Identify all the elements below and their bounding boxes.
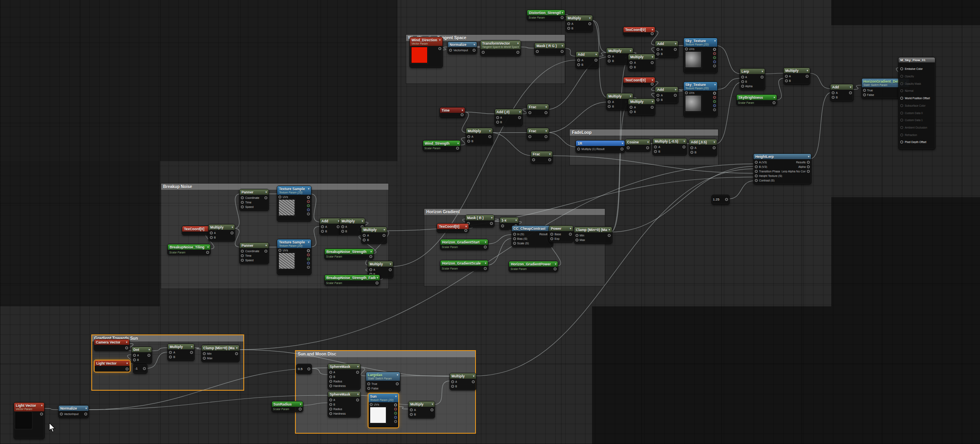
output-pin[interactable] [713, 96, 716, 99]
output-pin[interactable] [674, 48, 677, 51]
collapse-icon[interactable]: ▾ [432, 403, 433, 406]
node-add-0[interactable]: Add (,0)▾AB [495, 109, 523, 126]
node-header[interactable]: Clamp (Min=0) (Max=1)▾ [574, 227, 612, 232]
output-pin[interactable] [561, 16, 564, 19]
output-pin[interactable] [608, 234, 611, 237]
input-pin[interactable] [210, 232, 213, 234]
node-header[interactable]: Frac▾ [527, 128, 548, 134]
input-pin[interactable] [550, 237, 553, 240]
input-pin[interactable] [685, 48, 688, 50]
output-pin[interactable] [307, 258, 310, 260]
input-pin[interactable] [451, 380, 454, 383]
node-multiply[interactable]: Multiply▾AB [408, 401, 435, 418]
collapse-icon[interactable]: ▾ [236, 346, 238, 350]
output-pin[interactable] [588, 22, 591, 25]
node-header[interactable]: Mask ( R G )▾ [535, 43, 565, 48]
input-pin[interactable] [482, 51, 485, 54]
output-pin[interactable] [264, 250, 267, 253]
collapse-icon[interactable]: ▾ [622, 142, 623, 145]
input-pin[interactable] [567, 27, 570, 30]
input-pin[interactable] [133, 358, 136, 361]
collapse-icon[interactable]: ▾ [439, 38, 441, 42]
texture-thumbnail[interactable] [278, 199, 295, 216]
output-pin[interactable] [807, 165, 810, 168]
input-pin[interactable] [550, 233, 553, 236]
output-pin[interactable] [40, 413, 43, 415]
collapse-icon[interactable]: ▾ [232, 226, 233, 229]
node-header[interactable]: M_Sky_Flow_01 [899, 57, 935, 62]
collapse-icon[interactable]: ▾ [647, 141, 649, 144]
input-pin[interactable] [832, 96, 835, 99]
node-header[interactable]: Normalize▾ [59, 406, 89, 411]
node-header[interactable]: Multiply▾ [607, 48, 633, 53]
input-pin[interactable] [203, 357, 206, 360]
output-pin[interactable] [773, 101, 775, 104]
input-pin[interactable] [900, 126, 903, 129]
node-sky-texture[interactable]: Sky_Texture▾Texture Param (2D)UVs [683, 81, 718, 117]
node-header[interactable]: Multiply▾ [450, 373, 476, 379]
node-multiply[interactable]: Multiply▾AB [450, 373, 477, 390]
collapse-icon[interactable]: ▾ [808, 155, 810, 158]
collapse-icon[interactable]: ▾ [397, 373, 398, 377]
input-pin[interactable] [278, 249, 281, 252]
node-header[interactable]: BreakupNoise_Strength▾ [325, 249, 373, 254]
collapse-icon[interactable]: ▾ [652, 79, 653, 82]
input-pin[interactable] [755, 170, 758, 173]
node-header[interactable]: SunRadius▾ [272, 401, 303, 407]
node-multiply[interactable]: Multiply▾AB [783, 67, 811, 85]
input-pin[interactable] [329, 399, 332, 401]
collapse-icon[interactable]: ▾ [714, 39, 716, 43]
node-header[interactable]: Multiply▾ [409, 401, 435, 407]
collapse-icon[interactable]: ▾ [609, 228, 610, 232]
collapse-icon[interactable]: ▾ [675, 42, 676, 45]
input-pin[interactable] [513, 242, 516, 245]
collapse-icon[interactable]: ▾ [561, 44, 563, 48]
node-header[interactable]: Add (,0)▾ [495, 109, 523, 115]
node-multiply[interactable]: Multiply▾AB [628, 54, 655, 71]
input-pin[interactable] [370, 403, 373, 406]
collapse-icon[interactable]: ▾ [383, 228, 385, 232]
input-pin[interactable] [528, 135, 531, 138]
input-pin[interactable] [278, 196, 281, 198]
node-header[interactable]: 1-x▾ [500, 217, 519, 223]
node-light-vector[interactable]: Light Vector▾Vector Param [14, 402, 45, 439]
node-0-5[interactable]: 0.5 [296, 364, 312, 374]
node-header[interactable]: Add▾ [655, 87, 678, 92]
node-header[interactable]: Multiply▾ [368, 261, 393, 267]
input-pin[interactable] [900, 134, 903, 136]
input-pin[interactable] [241, 201, 244, 204]
input-pin[interactable] [329, 380, 332, 383]
output-pin[interactable] [713, 60, 716, 63]
node-header[interactable]: Multiply▾ [209, 224, 235, 230]
input-pin[interactable] [363, 234, 366, 237]
node-header[interactable]: HeightLerp▾ [754, 154, 811, 159]
node-header[interactable]: Sky_Texture▾Texture Param (2D) [684, 82, 718, 91]
input-pin[interactable] [900, 104, 903, 107]
output-pin[interactable] [849, 91, 852, 94]
node-header[interactable]: Camera Vector▾ [94, 339, 129, 345]
collapse-icon[interactable]: ▾ [762, 70, 764, 73]
collapse-icon[interactable]: ▾ [714, 141, 715, 144]
node-header[interactable]: Multiply▾ [784, 68, 810, 73]
input-pin[interactable] [451, 385, 454, 388]
node-header[interactable]: Light Vector▾Vector Param [14, 403, 44, 411]
collapse-icon[interactable]: ▾ [555, 263, 557, 266]
input-pin[interactable] [900, 141, 903, 143]
node-header[interactable]: TexCoord[0]▾ [623, 77, 655, 83]
collapse-icon[interactable]: ▾ [545, 129, 547, 133]
input-pin[interactable] [608, 55, 611, 58]
input-pin[interactable] [741, 85, 744, 88]
node-wind-strength[interactable]: Wind_Strength▾Scalar Param [423, 140, 461, 151]
collapse-icon[interactable]: ▾ [652, 100, 653, 103]
collapse-icon[interactable]: ▾ [806, 69, 808, 72]
texture-thumbnail[interactable] [685, 95, 702, 112]
input-pin[interactable] [654, 146, 657, 148]
node-header[interactable]: TransformVector▾Tangent Space to World S… [480, 41, 521, 49]
node-header[interactable]: SphereMask▾ [328, 391, 361, 397]
input-pin[interactable] [690, 146, 693, 149]
node-1r[interactable]: 1R▾Multiply (1) Result [576, 140, 625, 153]
node-normalize[interactable]: Normalize▾VectorInput [447, 41, 477, 54]
node-header[interactable]: Frac▾ [531, 151, 552, 157]
node-breakupnoise-strength-fade[interactable]: BreakupNoise_Strength_Fade▾Scalar Param [324, 275, 380, 286]
input-pin[interactable] [863, 93, 866, 96]
